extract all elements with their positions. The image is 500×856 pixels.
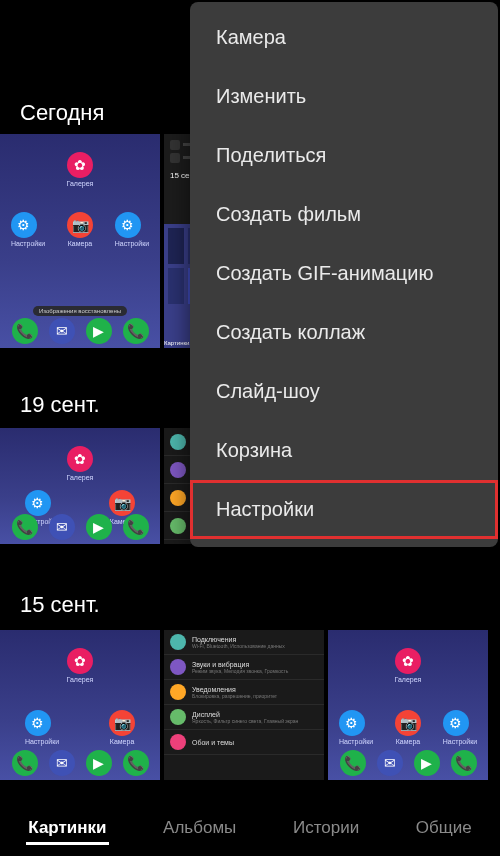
- section-header-sept15: 15 сент.: [20, 592, 100, 618]
- section-header-sept19: 19 сент.: [20, 392, 100, 418]
- thumbnail[interactable]: ПодключенияWi-Fi, Bluetooth, Использован…: [164, 630, 324, 780]
- menu-item-camera[interactable]: Камера: [190, 8, 498, 67]
- thumbnail[interactable]: ✿Галерея ⚙Настройки 📷Камера 📞 ✉ ▶ 📞: [0, 630, 160, 780]
- thumb-row-sept15: ✿Галерея ⚙Настройки 📷Камера 📞 ✉ ▶ 📞 Подк…: [0, 630, 500, 780]
- tab-albums[interactable]: Альбомы: [161, 812, 238, 844]
- section-header-today: Сегодня: [20, 100, 104, 126]
- menu-item-slideshow[interactable]: Слайд-шоу: [190, 362, 498, 421]
- tab-stories[interactable]: Истории: [291, 812, 361, 844]
- thumbnail[interactable]: ✿Галерея ⚙Настройки 📷Камера ⚙Настройки 📞…: [328, 630, 488, 780]
- thumbnail[interactable]: ✿Галерея ⚙Настройки 📷Камера 📞 ✉ ▶ 📞: [0, 428, 160, 544]
- gallery-screen: Сегодня ✿Галерея ⚙Настройки 📷Камера ⚙Нас…: [0, 0, 500, 856]
- bottom-tab-bar: Картинки Альбомы Истории Общие: [0, 800, 500, 856]
- thumbnail[interactable]: ✿Галерея ⚙Настройки 📷Камера ⚙Настройки И…: [0, 134, 160, 348]
- menu-item-trash[interactable]: Корзина: [190, 421, 498, 480]
- menu-item-create-movie[interactable]: Создать фильм: [190, 185, 498, 244]
- menu-item-create-collage[interactable]: Создать коллаж: [190, 303, 498, 362]
- overflow-menu: Камера Изменить Поделиться Создать фильм…: [190, 2, 498, 547]
- menu-item-share[interactable]: Поделиться: [190, 126, 498, 185]
- menu-item-edit[interactable]: Изменить: [190, 67, 498, 126]
- menu-item-create-gif[interactable]: Создать GIF-анимацию: [190, 244, 498, 303]
- menu-item-settings[interactable]: Настройки: [190, 480, 498, 539]
- tab-pictures[interactable]: Картинки: [26, 812, 108, 845]
- tab-shared[interactable]: Общие: [414, 812, 474, 844]
